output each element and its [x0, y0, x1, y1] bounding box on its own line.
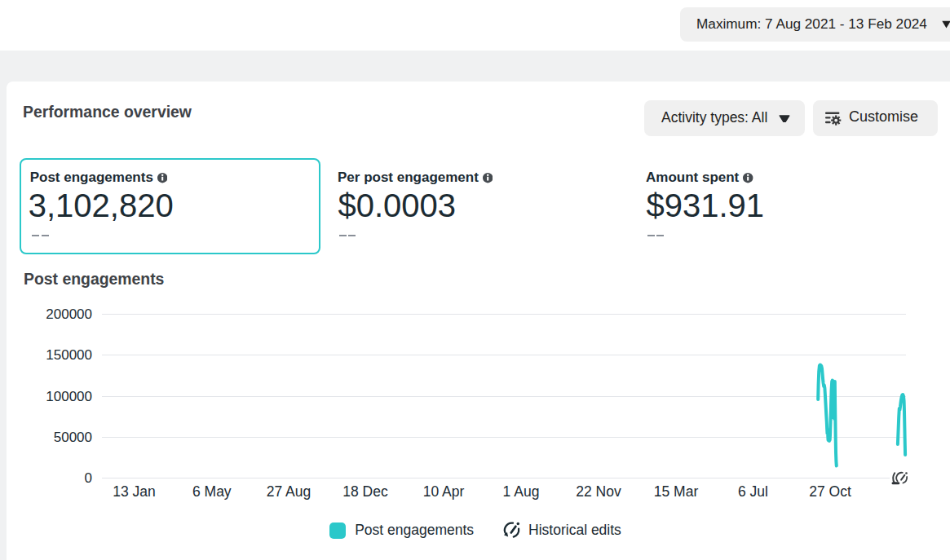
svg-text:27 Aug: 27 Aug [267, 483, 312, 500]
svg-text:22 Nov: 22 Nov [576, 483, 621, 500]
svg-text:1 Aug: 1 Aug [503, 483, 540, 500]
svg-text:200000: 200000 [46, 306, 92, 322]
svg-text:6 Jul: 6 Jul [738, 483, 768, 500]
svg-text:18 Dec: 18 Dec [342, 483, 388, 500]
svg-text:27 Oct: 27 Oct [809, 483, 851, 500]
svg-text:10 Apr: 10 Apr [423, 483, 465, 500]
svg-text:150000: 150000 [46, 347, 92, 363]
svg-text:0: 0 [85, 470, 92, 486]
svg-text:13 Jan: 13 Jan [113, 483, 156, 500]
svg-text:6 May: 6 May [192, 483, 232, 500]
svg-text:15 Mar: 15 Mar [654, 483, 699, 500]
svg-text:50000: 50000 [54, 430, 92, 445]
svg-text:100000: 100000 [46, 389, 92, 404]
